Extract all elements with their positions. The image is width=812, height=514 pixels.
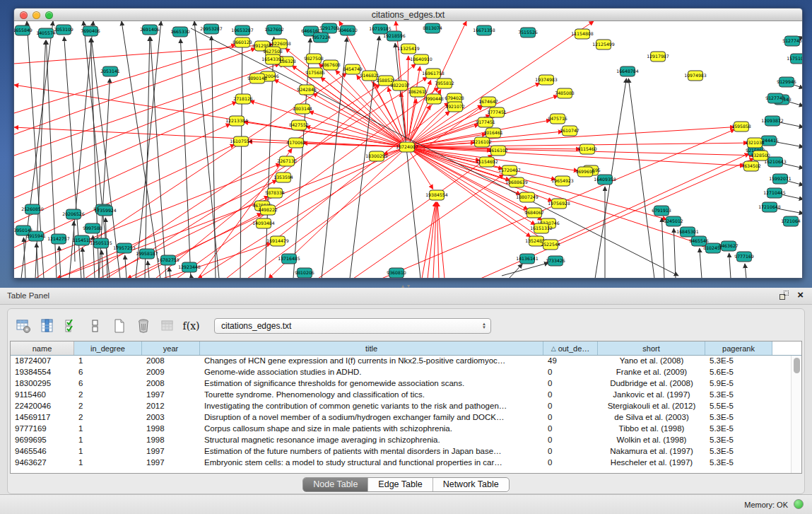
graph-node[interactable]: 1616102: [488, 146, 508, 156]
graph-node[interactable]: 1674647: [478, 97, 498, 107]
graph-edge[interactable]: [83, 247, 84, 278]
graph-node[interactable]: 1405574: [36, 28, 56, 38]
memory-status-indicator[interactable]: [794, 499, 804, 509]
table-row[interactable]: 2242004622012Investigating the contribut…: [11, 401, 801, 412]
table-row[interactable]: 946362711997Embryonic stem cells: a mode…: [11, 457, 801, 469]
graph-node[interactable]: 12093872: [761, 116, 784, 126]
scrollbar-thumb[interactable]: [794, 358, 800, 373]
table-cell[interactable]: 5.3E-5: [705, 356, 772, 367]
graph-node[interactable]: 2522544: [541, 240, 560, 250]
graph-edge[interactable]: [700, 248, 702, 278]
panel-resize-handle[interactable]: ▲▼: [401, 284, 412, 289]
float-panel-icon[interactable]: [779, 291, 789, 300]
graph-edge[interactable]: [788, 102, 802, 106]
graph-node[interactable]: 9046610: [338, 25, 358, 35]
graph-edge[interactable]: [151, 37, 166, 278]
graph-edge[interactable]: [628, 78, 654, 278]
table-cell[interactable]: 0: [543, 446, 598, 457]
table-cell[interactable]: Changes of HCN gene expression and I(f) …: [200, 356, 543, 367]
table-cell[interactable]: Tourette syndrome. Phenomenology and cla…: [200, 390, 543, 401]
table-cell[interactable]: 2012: [142, 401, 200, 412]
graph-node[interactable]: 14136141: [516, 254, 539, 264]
tab-edge-table[interactable]: Edge Table: [367, 478, 432, 491]
graph-node[interactable]: 9997588: [83, 223, 102, 233]
table-row[interactable]: 946554611997Estimation of the future num…: [11, 446, 801, 457]
graph-node[interactable]: 9360810: [387, 268, 406, 278]
function-builder-button[interactable]: f(x): [182, 317, 201, 336]
table-cell[interactable]: 1: [74, 435, 142, 446]
graph-edge[interactable]: [413, 124, 479, 145]
graph-node[interactable]: 19384554: [425, 190, 448, 200]
graph-edge[interactable]: [313, 93, 401, 144]
graph-node[interactable]: 1777451: [487, 107, 507, 117]
graph-node[interactable]: 13716485: [278, 254, 300, 264]
graph-node[interactable]: 1527602: [264, 25, 284, 35]
graph-node[interactable]: 4170067: [286, 138, 306, 148]
create-column-button[interactable]: [110, 317, 129, 336]
table-cell[interactable]: 1997: [142, 390, 200, 401]
graph-node[interactable]: 11154808: [571, 29, 594, 39]
table-cell[interactable]: 9115460: [11, 390, 74, 401]
graph-node[interactable]: 9822037: [390, 81, 410, 90]
table-cell[interactable]: 0: [543, 367, 598, 378]
table-cell[interactable]: 1: [74, 446, 142, 457]
table-cell[interactable]: Stergiakouli et al. (2012): [598, 401, 705, 412]
graph-node[interactable]: 16961758: [422, 69, 445, 78]
graph-node[interactable]: 10974983: [684, 71, 707, 81]
graph-node[interactable]: 1498222: [258, 205, 278, 215]
table-cell[interactable]: 5.6E-5: [705, 367, 772, 378]
graph-node[interactable]: 5878334: [265, 188, 285, 198]
graph-node[interactable]: 9684067: [524, 208, 544, 218]
graph-node[interactable]: 16671358: [473, 25, 495, 35]
table-cell[interactable]: 6: [74, 367, 142, 378]
graph-node[interactable]: 5127743: [782, 36, 802, 46]
table-cell[interactable]: 9777169: [11, 424, 74, 435]
table-selector-dropdown[interactable]: citations_edges.txt ▲ ▼: [214, 318, 491, 334]
graph-node[interactable]: 12917987: [647, 52, 669, 62]
graph-node[interactable]: 8427552: [289, 120, 309, 130]
table-cell[interactable]: 1: [74, 457, 142, 469]
graph-node[interactable]: 15154692: [476, 157, 498, 167]
graph-node[interactable]: 19654923: [551, 176, 574, 186]
graph-node[interactable]: 7515526: [518, 28, 538, 37]
graph-node[interactable]: 9890148: [247, 74, 267, 83]
table-cell[interactable]: 2009: [142, 367, 200, 378]
graph-node[interactable]: 1921072: [445, 102, 465, 112]
graph-node[interactable]: 9463627: [719, 241, 739, 251]
graph-node[interactable]: 16845301: [676, 227, 699, 237]
graph-node[interactable]: 7485083: [555, 88, 575, 98]
graph-node[interactable]: 9115460: [577, 144, 597, 154]
table-cell[interactable]: 2003: [142, 412, 200, 424]
table-cell[interactable]: Disruption of a novel member of a sodium…: [200, 412, 543, 424]
table-cell[interactable]: 1997: [142, 446, 200, 457]
table-row[interactable]: 911546021997Tourette syndrome. Phenomeno…: [11, 390, 801, 401]
graph-node[interactable]: 8990448: [424, 94, 444, 104]
graph-node[interactable]: 1610747: [560, 126, 579, 136]
graph-node[interactable]: 3915941: [26, 231, 46, 241]
table-cell[interactable]: Genome-wide association studies in ADHD.: [200, 367, 543, 378]
table-cell[interactable]: Estimation of the future numbers of pati…: [200, 446, 543, 457]
graph-edge[interactable]: [155, 64, 416, 278]
graph-node[interactable]: 1862615: [408, 87, 428, 97]
graph-edge[interactable]: [148, 261, 149, 278]
graph-node[interactable]: 1721064: [781, 216, 801, 226]
table-cell[interactable]: Hescheler et al. (1997): [598, 457, 705, 469]
table-cell[interactable]: 1: [74, 356, 142, 367]
table-cell[interactable]: Structural magnetic resonance image aver…: [200, 435, 543, 446]
tab-network-table[interactable]: Network Table: [433, 478, 509, 491]
graph-node[interactable]: 7690406: [81, 26, 100, 36]
graph-node[interactable]: 12125499: [592, 40, 615, 49]
table-cell[interactable]: Tibbo et al. (1998): [598, 424, 705, 435]
graph-edge[interactable]: [745, 264, 746, 278]
graph-node[interactable]: 2718126: [233, 94, 253, 104]
table-cell[interactable]: 1: [74, 424, 142, 435]
graph-node[interactable]: 2053109: [54, 25, 73, 35]
table-cell[interactable]: 2: [74, 390, 142, 401]
table-scrollbar[interactable]: [791, 356, 801, 473]
table-cell[interactable]: Estimation of significance thresholds fo…: [200, 378, 543, 390]
graph-node[interactable]: 16648784: [616, 66, 639, 76]
table-cell[interactable]: 19384554: [11, 367, 74, 378]
graph-node[interactable]: 10653287: [231, 25, 254, 35]
table-cell[interactable]: Franke et al. (2009): [598, 367, 705, 378]
graph-node[interactable]: 7957224: [311, 33, 331, 42]
